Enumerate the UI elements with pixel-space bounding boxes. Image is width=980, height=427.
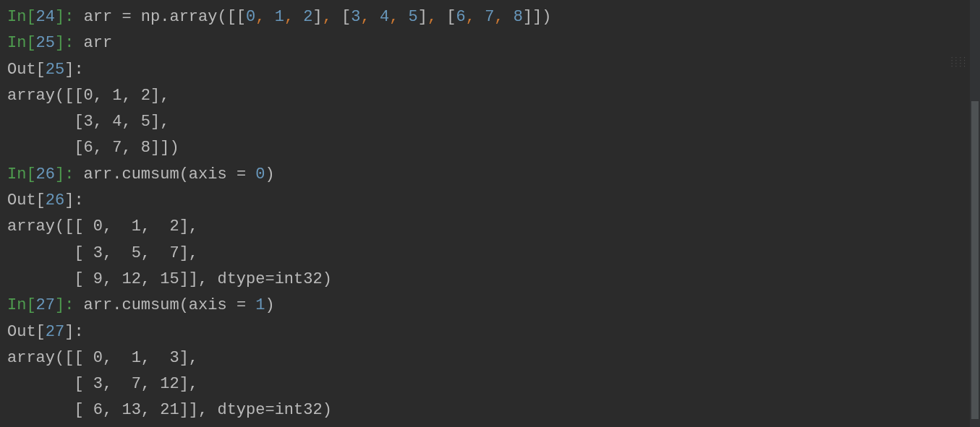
prompt-suffix: ]: (55, 296, 74, 314)
code-token: , (361, 8, 380, 26)
prompt-number: 27 (36, 296, 55, 314)
out-prompt: Out[ (7, 61, 46, 79)
console-line[interactable]: [ 3, 5, 7], (7, 241, 980, 267)
prompt-suffix: ]: (55, 165, 74, 184)
code-token: , (284, 8, 303, 26)
code-token: [ (446, 8, 456, 26)
prompt-number: 26 (46, 191, 64, 210)
prompt-suffix: ]: (64, 323, 83, 341)
code-token: arr (74, 34, 112, 52)
code-token: . (112, 165, 122, 184)
code-token: arr (74, 296, 112, 314)
prompt-number: 24 (36, 8, 55, 26)
console-line[interactable]: [ 6, 13, 21]], dtype=int32) (7, 397, 980, 423)
prompt-suffix: ]: (64, 61, 83, 79)
code-token: cumsum(axis (122, 165, 236, 184)
code-token: , (323, 8, 341, 26)
console-line[interactable]: array([[ 0, 1, 3], (7, 345, 980, 371)
console-line[interactable]: In[24]: arr = np.array([[0, 1, 2], [3, 4… (7, 4, 980, 30)
code-token (246, 296, 255, 314)
code-token: 6 (456, 8, 466, 26)
console-line[interactable]: In[26]: arr.cumsum(axis = 0) (7, 162, 980, 188)
console-line[interactable]: [6, 7, 8]]) (7, 135, 980, 161)
prompt-number: 25 (46, 61, 64, 79)
code-token: = (237, 165, 246, 184)
code-token: = (122, 8, 131, 26)
scrollbar-track[interactable] (970, 0, 980, 427)
code-token: = (237, 296, 246, 314)
prompt-suffix: ]: (55, 8, 74, 26)
output-text: array([[ 0, 1, 2], (7, 217, 198, 236)
code-token: , (427, 8, 446, 26)
code-token: 1 (255, 296, 265, 314)
code-token: , (255, 8, 274, 26)
prompt-suffix: ]: (55, 34, 74, 52)
out-prompt: Out[ (7, 323, 46, 341)
console-line[interactable]: array([[0, 1, 2], (7, 83, 980, 109)
code-token: 1 (275, 8, 284, 26)
prompt-suffix: ]: (64, 191, 83, 210)
scrollbar-thumb[interactable] (971, 101, 979, 419)
code-token: ) (265, 165, 274, 184)
code-token: 8 (514, 8, 523, 26)
code-token: ] (418, 8, 427, 26)
code-token: arr (84, 8, 122, 26)
in-prompt: In[ (7, 34, 36, 52)
output-text: [ 6, 13, 21]], dtype=int32) (7, 401, 332, 419)
console-line[interactable]: In[25]: arr (7, 30, 980, 56)
console-line[interactable]: [3, 4, 5], (7, 109, 980, 135)
out-prompt: Out[ (7, 191, 46, 210)
output-text: array([[ 0, 1, 3], (7, 349, 198, 367)
code-token: np (132, 8, 161, 26)
output-text: array([[0, 1, 2], (7, 87, 169, 105)
console-line[interactable]: array([[ 0, 1, 2], (7, 214, 980, 240)
code-token: arr (74, 165, 112, 184)
code-token: , (466, 8, 485, 26)
code-token: 5 (409, 8, 418, 26)
output-text: [ 9, 12, 15]], dtype=int32) (7, 270, 332, 288)
output-text: [3, 4, 5], (7, 113, 169, 131)
console-area[interactable]: In[24]: arr = np.array([[0, 1, 2], [3, 4… (7, 4, 980, 424)
code-token: 2 (303, 8, 312, 26)
code-token: 7 (485, 8, 494, 26)
prompt-number: 27 (46, 323, 64, 341)
code-token: cumsum(axis (122, 296, 236, 314)
code-token: . (112, 296, 122, 314)
code-token: array([[ (169, 8, 246, 26)
in-prompt: In[ (7, 8, 36, 26)
output-text: [6, 7, 8]]) (7, 139, 179, 157)
code-token: , (389, 8, 408, 26)
code-token: ] (313, 8, 323, 26)
console-line[interactable]: Out[26]: (7, 188, 980, 214)
code-token: . (160, 8, 169, 26)
code-token: ) (265, 296, 274, 314)
code-token: 4 (380, 8, 389, 26)
prompt-number: 26 (36, 165, 55, 184)
console-line[interactable]: Out[25]: (7, 57, 980, 83)
code-token: , (494, 8, 513, 26)
code-token (246, 165, 255, 184)
code-token: 0 (246, 8, 255, 26)
console-line[interactable]: Out[27]: (7, 319, 980, 345)
console-line[interactable]: [ 3, 7, 12], (7, 371, 980, 397)
output-text: [ 3, 7, 12], (7, 375, 198, 393)
code-token: [ (341, 8, 351, 26)
code-token: 0 (255, 165, 265, 184)
output-text: [ 3, 5, 7], (7, 244, 198, 262)
code-token: ]]) (523, 8, 552, 26)
code-token (74, 8, 83, 26)
in-prompt: In[ (7, 165, 36, 184)
prompt-number: 25 (36, 34, 55, 52)
in-prompt: In[ (7, 296, 36, 314)
console-line[interactable]: [ 9, 12, 15]], dtype=int32) (7, 267, 980, 293)
code-token: 3 (351, 8, 360, 26)
gutter-marks: ················ (950, 56, 967, 68)
console-line[interactable]: In[27]: arr.cumsum(axis = 1) (7, 293, 980, 319)
